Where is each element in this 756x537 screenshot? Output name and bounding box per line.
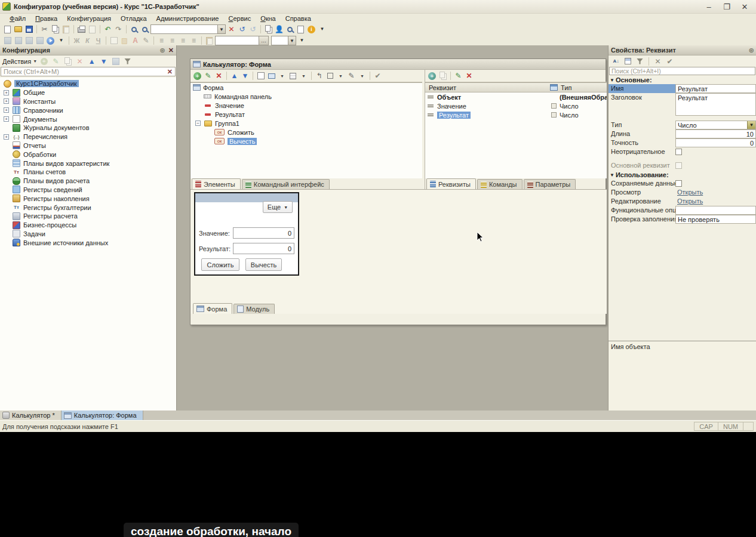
element-command-bar[interactable]: Командная панель (190, 92, 422, 101)
expand-icon[interactable]: + (4, 98, 9, 104)
search-icon[interactable] (140, 24, 150, 34)
open-icon[interactable] (13, 24, 23, 34)
move-down-icon[interactable]: ▼ (240, 71, 250, 81)
menu-help[interactable]: Справка (281, 14, 316, 23)
result-input[interactable]: 0 (233, 243, 294, 254)
tree-item-reports[interactable]: Отчеты (0, 141, 176, 150)
table-doc-icon[interactable] (2, 36, 13, 45)
find-help-icon[interactable] (285, 24, 295, 34)
tab-elements[interactable]: Элементы (192, 178, 241, 189)
menu-file[interactable]: Файл (5, 14, 30, 23)
close-panel-icon[interactable]: ✕ (168, 47, 174, 54)
tree-item-accounting-registers[interactable]: ТтРегистры бухгалтерии (0, 203, 176, 212)
close-button[interactable]: ✕ (736, 1, 754, 12)
underline-icon[interactable]: Ч (93, 36, 103, 45)
prop-name-value[interactable]: Результат (675, 84, 756, 93)
prop-type[interactable]: Тип Число▼ (609, 121, 756, 129)
more-button[interactable]: Еще ▼ (263, 201, 293, 213)
run-options-chevron-icon[interactable]: ▼ (56, 36, 66, 45)
toolbar-overflow-icon[interactable]: ▼ (317, 24, 327, 34)
value-input[interactable]: 0 (233, 227, 294, 239)
align-center-icon[interactable]: ≡ (167, 36, 177, 45)
menu-administration[interactable]: Администрирование (152, 14, 224, 23)
move-up-icon[interactable]: ▲ (229, 71, 239, 81)
sort-alpha-icon[interactable]: А↓ (611, 57, 621, 66)
add-button[interactable]: Сложить (201, 258, 239, 271)
column-attribute[interactable]: Реквизит (425, 84, 548, 91)
align-justify-icon[interactable]: ≡ (189, 36, 199, 45)
element-result-field[interactable]: Результат (190, 110, 422, 119)
tree-item-calculation-registers[interactable]: Регистры расчета (0, 212, 176, 221)
copy-icon[interactable] (50, 24, 60, 34)
move-up-icon[interactable]: ▲ (87, 57, 97, 66)
sort-icon[interactable] (110, 57, 121, 66)
form-settings-icon[interactable] (256, 71, 266, 81)
category-view-icon[interactable] (623, 57, 633, 66)
cancel-icon[interactable]: ✕ (653, 57, 663, 66)
expand-icon[interactable]: + (4, 90, 9, 95)
minimize-button[interactable]: – (700, 1, 718, 12)
delete-icon[interactable]: ✕ (75, 57, 85, 66)
new-icon[interactable] (2, 24, 13, 34)
tab-command-interface[interactable]: Командный интерфейс (242, 179, 330, 189)
tree-item-documents[interactable]: +Документы (0, 115, 176, 124)
element-sub-button[interactable]: окВычесть (190, 137, 422, 146)
expand-icon[interactable]: + (4, 116, 9, 122)
edit-icon[interactable]: ✎ (453, 71, 463, 81)
window-tab-calculator[interactable]: Калькулятор * (0, 411, 62, 420)
filter-icon[interactable] (122, 57, 133, 66)
prop-nonnegative[interactable]: Неотрицательное (609, 147, 756, 156)
copy-icon[interactable] (63, 57, 73, 66)
find-in-doc-icon[interactable] (129, 24, 139, 34)
menu-edit[interactable]: Правка (30, 14, 62, 23)
redo-icon[interactable]: ↷ (113, 24, 124, 34)
tree-item-charts-of-calculation-types[interactable]: Планы видов расчета (0, 177, 176, 186)
copy-icon[interactable] (438, 71, 448, 81)
tree-item-constants[interactable]: +Константы (0, 97, 176, 106)
form-preview[interactable]: Еще ▼ Значение: 0 Результат: 0 Сложить В… (194, 192, 299, 276)
prop-func-options[interactable]: Функциональные опции (609, 206, 756, 215)
view-open-link[interactable]: Открыть (675, 188, 756, 197)
attribute-row-object[interactable]: Объект (ВнешняяОбрабо (425, 92, 607, 101)
prop-fill-check[interactable]: Проверка заполнения Не проверять (609, 215, 756, 224)
tree-item-catalogs[interactable]: +Справочники (0, 106, 176, 115)
tree-item-root[interactable]: Курс1СРазработчик (0, 79, 176, 88)
tree-item-accumulation-registers[interactable]: Регистры накопления (0, 194, 176, 203)
nonnegative-checkbox[interactable] (675, 149, 682, 155)
menu-service[interactable]: Сервис (223, 14, 256, 23)
borders-icon[interactable] (109, 36, 119, 45)
highlight-icon[interactable]: ✎ (141, 36, 151, 45)
resize-icon[interactable] (325, 71, 335, 81)
italic-icon[interactable]: К (82, 36, 93, 45)
edit-open-link[interactable]: Открыть (675, 197, 756, 206)
group-main[interactable]: ▼Основные: (609, 75, 756, 84)
syntax-check-icon[interactable]: ↺ (237, 24, 247, 34)
tree-item-enums[interactable]: +{..}Перечисления (0, 132, 176, 141)
size-combobox[interactable]: ▼ (271, 36, 296, 45)
tab-parameters[interactable]: Параметры (524, 179, 576, 189)
format-doc-icon[interactable] (263, 24, 273, 34)
prop-length[interactable]: Длина 10 (609, 129, 756, 138)
chevron-down-icon[interactable]: ▼ (217, 25, 225, 33)
merge-icon[interactable] (35, 36, 45, 45)
add-icon[interactable]: + (427, 71, 437, 81)
paste-icon[interactable] (61, 24, 71, 34)
tab-module[interactable]: Модуль (233, 304, 275, 314)
tree-item-tasks[interactable]: Задачи (0, 230, 176, 239)
restore-button[interactable]: ❐ (718, 1, 736, 12)
pencil-options-icon[interactable]: ✎ (346, 71, 357, 81)
prop-edit[interactable]: Редактирование Открыть (609, 197, 756, 206)
run-debug-icon[interactable] (45, 36, 56, 45)
chevron-down-icon[interactable]: ▼ (277, 71, 287, 81)
edit-icon[interactable]: ✎ (51, 57, 61, 66)
save-icon[interactable] (24, 24, 34, 34)
prop-func-options-value[interactable] (675, 206, 756, 215)
prop-precision-value[interactable]: 0 (675, 138, 756, 147)
menu-configuration[interactable]: Конфигурация (62, 14, 116, 23)
preview-mode-icon[interactable] (266, 71, 276, 81)
tab-commands[interactable]: Команды (477, 179, 523, 189)
move-down-icon[interactable]: ▼ (99, 57, 109, 66)
search-input[interactable]: Поиск (Ctrl+Alt+M) ✕ (1, 67, 176, 76)
print-preview-icon[interactable] (87, 24, 97, 34)
prop-view[interactable]: Просмотр Открыть (609, 188, 756, 197)
